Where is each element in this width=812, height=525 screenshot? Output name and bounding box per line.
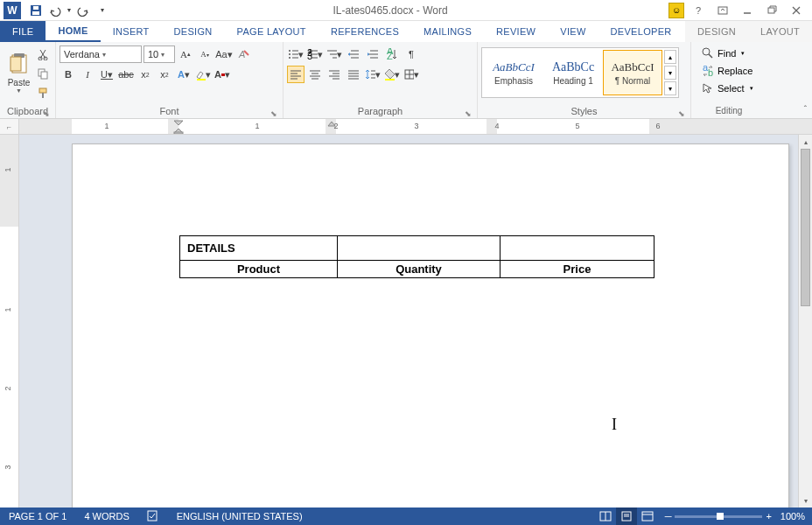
read-mode-icon[interactable] xyxy=(595,508,616,525)
feedback-icon[interactable]: ☺ xyxy=(668,3,684,18)
web-layout-icon[interactable] xyxy=(637,508,658,525)
undo-icon[interactable] xyxy=(46,1,65,20)
table-header-cell[interactable]: Quantity xyxy=(338,261,500,278)
save-icon[interactable] xyxy=(26,1,46,20)
align-right-icon[interactable] xyxy=(326,66,343,83)
text-effects-icon[interactable]: A▾ xyxy=(175,66,192,83)
select-button[interactable]: Select▾ xyxy=(698,80,757,96)
zoom-out-icon[interactable]: ─ xyxy=(665,511,672,522)
tab-developer[interactable]: DEVELOPER xyxy=(598,21,684,42)
paragraph-launcher-icon[interactable]: ⬊ xyxy=(465,109,472,118)
sort-icon[interactable]: AZ xyxy=(383,46,401,63)
page[interactable]: DETAILS Product Quantity Price I xyxy=(72,144,789,508)
style-emphasis[interactable]: AaBbCcI Emphasis xyxy=(484,50,543,95)
tab-insert[interactable]: INSERT xyxy=(101,21,162,42)
tab-mailings[interactable]: MAILINGS xyxy=(411,21,484,42)
font-color-icon[interactable]: A▾ xyxy=(214,66,231,83)
subscript-button[interactable]: x2 xyxy=(136,66,154,83)
restore-icon[interactable] xyxy=(761,2,782,19)
scroll-thumb[interactable] xyxy=(801,149,810,306)
font-name-combo[interactable]: Verdana▾ xyxy=(60,46,142,63)
cut-icon[interactable] xyxy=(34,46,52,63)
shrink-font-icon[interactable]: A▾ xyxy=(196,46,214,63)
shading-icon[interactable]: ▾ xyxy=(383,66,401,83)
bold-button[interactable]: B xyxy=(60,66,77,83)
close-icon[interactable] xyxy=(786,2,807,19)
paste-button[interactable]: Paste ▼ xyxy=(4,44,34,102)
status-words[interactable]: 4 WORDS xyxy=(75,511,137,522)
ribbon-display-icon[interactable] xyxy=(712,2,733,19)
align-center-icon[interactable] xyxy=(306,66,324,83)
multilevel-list-icon[interactable]: ▾ xyxy=(326,46,343,63)
status-page[interactable]: PAGE 1 OF 1 xyxy=(0,511,75,522)
document-table[interactable]: DETAILS Product Quantity Price xyxy=(179,235,654,278)
scrollbar-vertical[interactable]: ▴ ▾ xyxy=(798,135,812,508)
tab-review[interactable]: REVIEW xyxy=(484,21,548,42)
table-header-cell[interactable]: Product xyxy=(180,261,338,278)
clipboard-launcher-icon[interactable]: ⬊ xyxy=(43,109,50,118)
table-header-cell[interactable]: Price xyxy=(500,261,654,278)
superscript-button[interactable]: x2 xyxy=(156,66,173,83)
table-cell[interactable]: DETAILS xyxy=(180,236,338,261)
format-painter-icon[interactable] xyxy=(34,84,52,102)
font-launcher-icon[interactable]: ⬊ xyxy=(270,109,277,118)
underline-button[interactable]: U▾ xyxy=(98,66,116,83)
italic-button[interactable]: I xyxy=(79,66,96,83)
undo-dropdown-icon[interactable]: ▼ xyxy=(65,1,74,20)
right-indent-marker-icon[interactable] xyxy=(327,120,336,127)
redo-icon[interactable] xyxy=(74,1,93,20)
increase-indent-icon[interactable] xyxy=(364,46,382,63)
tab-references[interactable]: REFERENCES xyxy=(318,21,411,42)
font-size-combo[interactable]: 10▾ xyxy=(144,46,175,63)
style-more-icon[interactable]: ▾ xyxy=(664,81,676,95)
tab-table-design[interactable]: DESIGN xyxy=(685,21,748,42)
grow-font-icon[interactable]: A▴ xyxy=(177,46,194,63)
zoom-slider[interactable] xyxy=(675,515,762,518)
decrease-indent-icon[interactable] xyxy=(345,46,362,63)
justify-icon[interactable] xyxy=(345,66,362,83)
change-case-icon[interactable]: Aa▾ xyxy=(215,46,233,63)
clear-formatting-icon[interactable]: A xyxy=(234,46,252,63)
qat-customize-icon[interactable]: ▾ xyxy=(93,1,112,20)
word-app-icon[interactable]: W xyxy=(4,2,21,19)
style-scroll-down-icon[interactable]: ▾ xyxy=(664,66,676,80)
line-spacing-icon[interactable]: ▾ xyxy=(364,66,382,83)
minimize-icon[interactable] xyxy=(737,2,758,19)
show-marks-icon[interactable]: ¶ xyxy=(402,46,420,63)
collapse-ribbon-icon[interactable]: ˆ xyxy=(804,105,807,115)
table-cell[interactable] xyxy=(338,236,500,261)
styles-launcher-icon[interactable]: ⬊ xyxy=(678,109,685,118)
highlight-icon[interactable]: ▾ xyxy=(194,66,212,83)
style-normal[interactable]: AaBbCcI ¶ Normal xyxy=(603,50,662,95)
style-heading1[interactable]: AaBbCc Heading 1 xyxy=(543,50,603,95)
tab-view[interactable]: VIEW xyxy=(548,21,598,42)
ruler-horizontal[interactable]: ⌐ 1 1 2 3 4 5 6 xyxy=(0,119,812,135)
help-icon[interactable]: ? xyxy=(688,2,709,19)
zoom-level[interactable]: 100% xyxy=(780,511,805,522)
numbering-icon[interactable]: 123▾ xyxy=(306,46,324,63)
align-left-icon[interactable] xyxy=(287,66,304,83)
copy-icon[interactable] xyxy=(34,65,52,82)
status-bar: PAGE 1 OF 1 4 WORDS ENGLISH (UNITED STAT… xyxy=(0,508,812,525)
zoom-in-icon[interactable]: + xyxy=(766,511,771,522)
tab-page-layout[interactable]: PAGE LAYOUT xyxy=(225,21,318,42)
tab-file[interactable]: FILE xyxy=(0,21,46,42)
table-cell[interactable] xyxy=(500,236,654,261)
strikethrough-button[interactable]: abc xyxy=(117,66,135,83)
print-layout-icon[interactable] xyxy=(616,508,637,525)
replace-button[interactable]: ab Replace xyxy=(698,63,757,79)
bullets-icon[interactable]: ▾ xyxy=(287,46,304,63)
document-canvas[interactable]: DETAILS Product Quantity Price I xyxy=(19,135,798,508)
ruler-vertical[interactable]: 1 1 2 3 xyxy=(0,135,19,508)
tab-table-layout[interactable]: LAYOUT xyxy=(748,21,812,42)
scroll-down-icon[interactable]: ▾ xyxy=(799,494,812,508)
status-language[interactable]: ENGLISH (UNITED STATES) xyxy=(168,511,312,522)
status-proofing-icon[interactable] xyxy=(138,509,168,523)
tab-home[interactable]: HOME xyxy=(46,21,100,42)
scroll-up-icon[interactable]: ▴ xyxy=(799,135,812,149)
indent-marker-icon[interactable] xyxy=(173,120,184,134)
style-scroll-up-icon[interactable]: ▴ xyxy=(664,50,676,64)
find-button[interactable]: Find▾ xyxy=(698,46,757,61)
borders-icon[interactable]: ▾ xyxy=(402,66,420,83)
tab-design[interactable]: DESIGN xyxy=(162,21,225,42)
